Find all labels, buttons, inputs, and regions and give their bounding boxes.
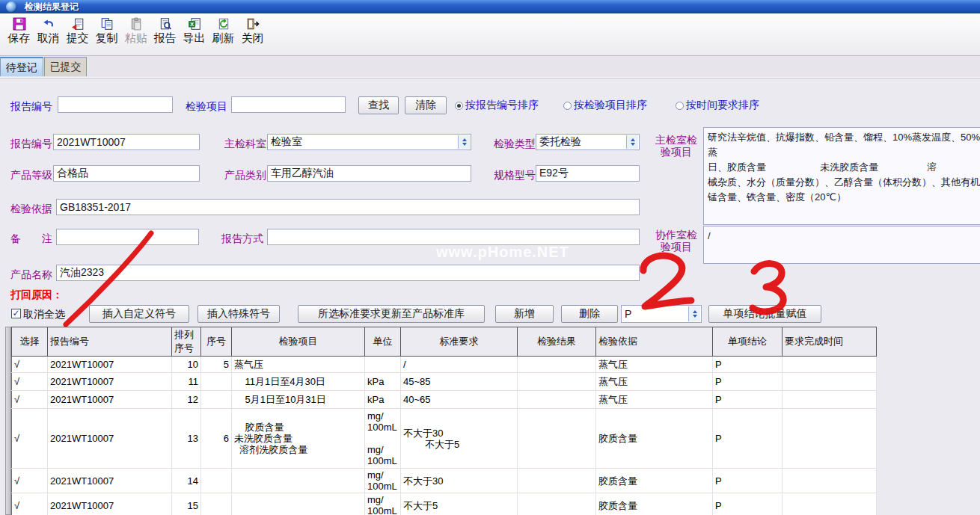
cell-standard[interactable]: / xyxy=(401,357,518,373)
coop-room-items-textarea[interactable]: / xyxy=(703,226,980,264)
cell-report-no[interactable]: 2021WT10007 xyxy=(48,469,172,493)
toolbar-button-cancel[interactable]: 取消 xyxy=(34,13,63,46)
cell-result[interactable] xyxy=(518,493,596,515)
row-select-check[interactable]: √ xyxy=(12,469,48,493)
table-row[interactable]: √ 2021WT10007 13 6 胶质含量 未洗胶质含量 溶剂洗胶质含量 m… xyxy=(12,409,877,469)
deselect-all-checkbox[interactable]: ✓ xyxy=(11,309,21,318)
cell-basis[interactable]: 胶质含量 xyxy=(596,493,713,515)
cell-report-no[interactable]: 2021WT10007 xyxy=(48,357,172,373)
toolbar-button-save[interactable]: 保存 xyxy=(4,13,34,46)
col-header-conclusion[interactable]: 单项结论 xyxy=(713,327,783,357)
cell-due-time[interactable] xyxy=(783,357,877,373)
product-grade-input[interactable] xyxy=(53,165,200,182)
cell-standard[interactable]: 40~65 xyxy=(401,391,518,409)
cell-inspect-item[interactable]: 5月1日至10月31日 xyxy=(232,391,365,409)
cell-report-no[interactable]: 2021WT10007 xyxy=(48,391,172,409)
cell-result[interactable] xyxy=(518,357,596,373)
cell-sort-order[interactable]: 11 xyxy=(172,373,201,391)
sort-option-report-no[interactable]: 按报告编号排序 xyxy=(455,99,539,112)
col-header-standard[interactable]: 标准要求 xyxy=(401,327,518,357)
batch-assign-button[interactable]: 单项结论批量赋值 xyxy=(708,305,821,323)
cell-conclusion[interactable]: P xyxy=(713,469,783,493)
product-category-input[interactable] xyxy=(267,165,471,182)
cell-result[interactable] xyxy=(518,469,596,493)
cell-conclusion[interactable]: P xyxy=(713,493,783,515)
cell-due-time[interactable] xyxy=(783,373,877,391)
cell-unit[interactable]: kPa xyxy=(365,373,401,391)
table-row[interactable]: √ 2021WT10007 11 11月1日至4月30日 kPa 45~85 蒸… xyxy=(12,373,877,391)
row-select-check[interactable]: √ xyxy=(12,373,48,391)
tab-pending[interactable]: 待登记 xyxy=(0,57,43,76)
cell-basis[interactable]: 蒸气压 xyxy=(596,357,713,373)
delete-button[interactable]: 删除 xyxy=(561,305,618,323)
col-header-inspect-item[interactable]: 检验项目 xyxy=(232,327,365,357)
cell-basis[interactable]: 胶质含量 xyxy=(596,469,713,493)
report-no-input[interactable] xyxy=(53,134,200,150)
cell-conclusion[interactable]: P xyxy=(713,373,783,391)
cell-result[interactable] xyxy=(518,373,596,391)
conclusion-combobox[interactable]: P xyxy=(621,305,702,323)
report-method-input[interactable] xyxy=(267,229,640,245)
cell-report-no[interactable]: 2021WT10007 xyxy=(48,493,172,515)
cell-sort-order[interactable]: 13 xyxy=(172,409,201,469)
col-header-sort-order[interactable]: 排列序号 xyxy=(172,327,201,357)
insert-custom-symbol-button[interactable]: 插入自定义符号 xyxy=(89,305,189,323)
sort-option-time[interactable]: 按时间要求排序 xyxy=(676,99,759,112)
cell-due-time[interactable] xyxy=(783,469,877,493)
cell-due-time[interactable] xyxy=(783,391,877,409)
cell-basis[interactable]: 蒸气压 xyxy=(596,373,713,391)
cell-inspect-item[interactable] xyxy=(232,493,365,515)
toolbar-button-copy[interactable]: 复制 xyxy=(92,13,121,46)
main-dept-combobox[interactable]: 检验室 xyxy=(267,134,471,150)
cell-inspect-item[interactable]: 11月1日至4月30日 xyxy=(232,373,365,391)
cell-conclusion[interactable]: P xyxy=(713,409,783,469)
row-select-check[interactable]: √ xyxy=(12,357,48,373)
cell-seq-no[interactable]: 6 xyxy=(201,409,232,469)
clear-button[interactable]: 清除 xyxy=(405,96,447,114)
cell-due-time[interactable] xyxy=(783,493,877,515)
sort-option-item[interactable]: 按检验项目排序 xyxy=(563,99,647,112)
tab-submitted[interactable]: 已提交 xyxy=(44,57,87,76)
find-button[interactable]: 查找 xyxy=(358,96,399,114)
cell-report-no[interactable]: 2021WT10007 xyxy=(48,373,172,391)
cell-sort-order[interactable]: 12 xyxy=(172,391,201,409)
cell-seq-no[interactable] xyxy=(201,493,232,515)
col-header-basis[interactable]: 检验依据 xyxy=(596,327,713,357)
col-header-result[interactable]: 检验结果 xyxy=(518,327,596,357)
update-standards-button[interactable]: 所选标准要求更新至产品标准库 xyxy=(298,305,485,323)
add-button[interactable]: 新增 xyxy=(495,305,554,323)
inspect-basis-input[interactable] xyxy=(56,199,640,215)
toolbar-button-report[interactable]: 报告 xyxy=(150,13,180,46)
col-header-select[interactable]: 选择 xyxy=(12,327,48,357)
toolbar-button-refresh[interactable]: 刷新 xyxy=(209,13,238,46)
cell-result[interactable] xyxy=(518,391,596,409)
cell-inspect-item[interactable]: 胶质含量 未洗胶质含量 溶剂洗胶质含量 xyxy=(232,409,365,469)
cell-inspect-item[interactable]: 蒸气压 xyxy=(232,357,365,373)
cell-result[interactable] xyxy=(518,409,596,469)
cell-sort-order[interactable]: 14 xyxy=(172,469,201,493)
cell-unit[interactable] xyxy=(365,357,401,373)
remark-input[interactable] xyxy=(56,229,199,245)
cell-report-no[interactable]: 2021WT10007 xyxy=(48,409,172,469)
col-header-due-time[interactable]: 要求完成时间 xyxy=(783,327,877,357)
cell-unit[interactable]: kPa xyxy=(365,391,401,409)
product-name-input[interactable] xyxy=(56,265,640,281)
insert-special-symbol-button[interactable]: 插入特殊符号 xyxy=(197,305,280,323)
row-select-check[interactable]: √ xyxy=(12,493,48,515)
cell-seq-no[interactable]: 5 xyxy=(201,357,232,373)
inspect-type-combobox[interactable]: 委托检验 xyxy=(536,134,640,150)
col-header-report-no[interactable]: 报告编号 xyxy=(48,327,172,357)
cell-inspect-item[interactable] xyxy=(232,469,365,493)
cell-unit[interactable]: mg/ 100mL mg/ 100mL xyxy=(365,409,401,469)
cell-sort-order[interactable]: 10 xyxy=(172,357,201,373)
spec-model-input[interactable] xyxy=(536,165,640,182)
toolbar-button-close[interactable]: 关闭 xyxy=(238,13,267,46)
cell-unit[interactable]: mg/ 100mL xyxy=(365,469,401,493)
search-item-input[interactable] xyxy=(231,96,346,113)
cell-standard[interactable]: 不大于30 不大于5 xyxy=(401,409,518,469)
col-header-seq-no[interactable]: 序号 xyxy=(201,327,232,357)
cell-due-time[interactable] xyxy=(783,409,877,469)
cell-standard[interactable]: 不大于5 xyxy=(401,493,518,515)
cell-basis[interactable]: 胶质含量 xyxy=(596,409,713,469)
col-header-unit[interactable]: 单位 xyxy=(365,327,401,357)
